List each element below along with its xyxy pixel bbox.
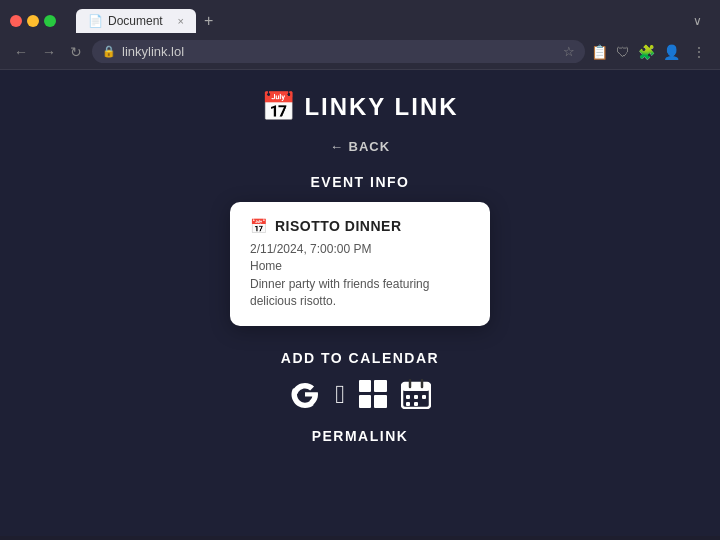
logo-icon: 📅 bbox=[261, 90, 296, 123]
tab-title: Document bbox=[108, 14, 172, 28]
extension-icon-2[interactable]: 🧩 bbox=[638, 44, 655, 60]
extension-icon-1[interactable]: 🛡 bbox=[616, 44, 630, 60]
svg-rect-5 bbox=[406, 395, 410, 399]
apple-icon:  bbox=[335, 381, 345, 407]
event-card: 📅 RISOTTO DINNER 2/11/2024, 7:00:00 PM H… bbox=[230, 202, 490, 326]
maximize-button[interactable] bbox=[44, 15, 56, 27]
minimize-button[interactable] bbox=[27, 15, 39, 27]
logo-text: LINKY LINK bbox=[304, 93, 458, 121]
address-bar[interactable]: 🔒 linkylink.lol ☆ bbox=[92, 40, 585, 63]
event-card-header: 📅 RISOTTO DINNER bbox=[250, 218, 470, 234]
event-title: RISOTTO DINNER bbox=[275, 218, 402, 234]
page-content: 📅 LINKY LINK ← BACK EVENT INFO 📅 RISOTTO… bbox=[0, 70, 720, 536]
nav-bar: ← → ↻ 🔒 linkylink.lol ☆ 📋 🛡 🧩 👤 ⋮ bbox=[0, 34, 720, 69]
event-section-title: EVENT INFO bbox=[310, 174, 409, 190]
add-calendar-title: ADD TO CALENDAR bbox=[281, 350, 439, 366]
traffic-lights bbox=[10, 15, 56, 27]
event-datetime: 2/11/2024, 7:00:00 PM bbox=[250, 242, 470, 256]
apple-calendar-button[interactable]:  bbox=[335, 381, 345, 407]
google-calendar-button[interactable] bbox=[289, 378, 321, 410]
calendar-icon bbox=[401, 379, 431, 409]
tab-close-icon[interactable]: × bbox=[178, 15, 184, 27]
calendar-icons:  bbox=[281, 378, 439, 410]
svg-rect-6 bbox=[414, 395, 418, 399]
tab-favicon-icon: 📄 bbox=[88, 14, 102, 28]
address-text: linkylink.lol bbox=[122, 44, 557, 59]
windows-calendar-button[interactable] bbox=[359, 380, 387, 408]
lock-icon: 🔒 bbox=[102, 45, 116, 58]
windows-icon bbox=[359, 380, 387, 408]
svg-rect-2 bbox=[402, 383, 430, 391]
google-icon bbox=[289, 378, 321, 410]
close-button[interactable] bbox=[10, 15, 22, 27]
new-tab-button[interactable]: + bbox=[196, 8, 221, 34]
svg-rect-9 bbox=[414, 402, 418, 406]
svg-rect-7 bbox=[422, 395, 426, 399]
tab-bar: 📄 Document × + bbox=[76, 8, 221, 34]
browser-menu-button[interactable]: ⋮ bbox=[688, 42, 710, 62]
title-bar: 📄 Document × + ∨ bbox=[0, 0, 720, 34]
back-nav-button[interactable]: ← bbox=[10, 42, 32, 62]
logo: 📅 LINKY LINK bbox=[261, 90, 458, 123]
svg-rect-8 bbox=[406, 402, 410, 406]
event-location: Home bbox=[250, 259, 470, 273]
back-button[interactable]: ← BACK bbox=[330, 139, 390, 154]
profile-icon[interactable]: 👤 bbox=[663, 44, 680, 60]
expand-icon[interactable]: ∨ bbox=[685, 10, 710, 32]
permalink-title: PERMALINK bbox=[312, 428, 409, 444]
reload-button[interactable]: ↻ bbox=[66, 42, 86, 62]
downloads-icon[interactable]: 📋 bbox=[591, 44, 608, 60]
add-to-calendar-section: ADD TO CALENDAR  bbox=[281, 350, 439, 410]
event-calendar-icon: 📅 bbox=[250, 218, 267, 234]
forward-nav-button[interactable]: → bbox=[38, 42, 60, 62]
nav-extras: 📋 🛡 🧩 👤 ⋮ bbox=[591, 42, 710, 62]
ical-calendar-button[interactable] bbox=[401, 379, 431, 409]
active-tab[interactable]: 📄 Document × bbox=[76, 9, 196, 33]
event-description: Dinner party with friends featuring deli… bbox=[250, 276, 470, 310]
browser-chrome: 📄 Document × + ∨ ← → ↻ 🔒 linkylink.lol ☆… bbox=[0, 0, 720, 70]
bookmark-icon[interactable]: ☆ bbox=[563, 44, 575, 59]
